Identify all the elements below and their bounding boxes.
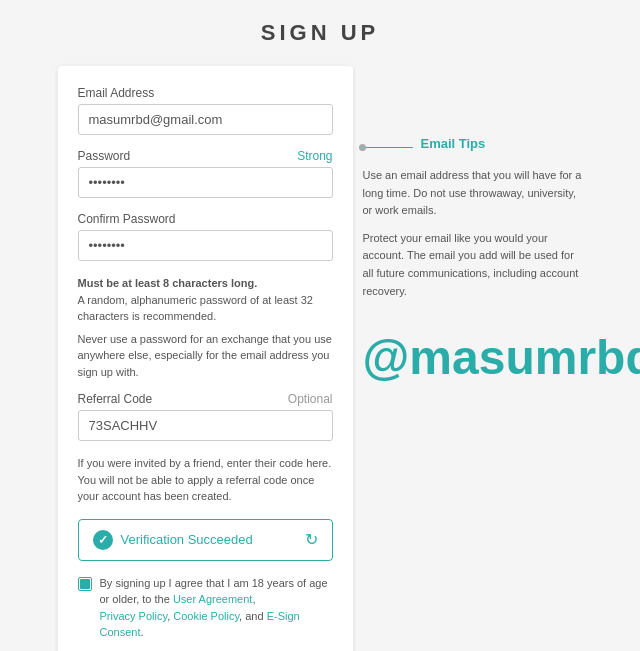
password-input[interactable] <box>78 167 333 198</box>
email-tips-header: Email Tips <box>363 136 583 159</box>
verification-left: Verification Succeeded <box>93 530 253 550</box>
referral-info: If you were invited by a friend, enter t… <box>78 455 333 505</box>
confirm-password-label: Confirm Password <box>78 212 333 226</box>
password-hint-1: Must be at least 8 characters long. A ra… <box>78 275 333 325</box>
referral-field-group: Referral Code Optional <box>78 392 333 441</box>
password-hint-2: Never use a password for an exchange tha… <box>78 331 333 381</box>
referral-label-row: Referral Code Optional <box>78 392 333 406</box>
privacy-policy-link[interactable]: Privacy Policy <box>100 610 168 622</box>
referral-optional: Optional <box>288 392 333 406</box>
brand-text: @masumrbd <box>363 330 583 385</box>
email-tip-1: Use an email address that you will have … <box>363 167 583 220</box>
password-strength: Strong <box>297 149 332 163</box>
password-label-row: Password Strong <box>78 149 333 163</box>
password-hints: Must be at least 8 characters long. A ra… <box>78 275 333 380</box>
email-input[interactable] <box>78 104 333 135</box>
form-card: Email Address Password Strong Confirm Pa… <box>58 66 353 651</box>
email-tips-container: Email Tips Use an email address that you… <box>363 136 583 310</box>
email-field-group: Email Address <box>78 86 333 135</box>
cookie-policy-link[interactable]: Cookie Policy <box>173 610 239 622</box>
email-tip-2: Protect your email like you would your a… <box>363 230 583 300</box>
refresh-icon[interactable]: ↻ <box>305 530 318 549</box>
password-field-group: Password Strong <box>78 149 333 198</box>
connector-dot <box>359 144 366 151</box>
check-circle-icon <box>93 530 113 550</box>
main-content: Email Address Password Strong Confirm Pa… <box>0 66 640 651</box>
email-tips-title: Email Tips <box>421 136 486 151</box>
page-container: SIGN UP Email Address Password Strong <box>0 0 640 651</box>
terms-row: By signing up I agree that I am 18 years… <box>78 575 333 641</box>
connector-line <box>363 147 413 148</box>
right-panel: Email Tips Use an email address that you… <box>363 66 583 385</box>
checkbox-checked-indicator <box>80 579 90 589</box>
page-title: SIGN UP <box>0 20 640 46</box>
verification-box: Verification Succeeded ↻ <box>78 519 333 561</box>
user-agreement-link[interactable]: User Agreement <box>173 593 252 605</box>
terms-text: By signing up I agree that I am 18 years… <box>100 575 333 641</box>
email-label: Email Address <box>78 86 333 100</box>
referral-input[interactable] <box>78 410 333 441</box>
verification-text: Verification Succeeded <box>121 532 253 547</box>
confirm-password-field-group: Confirm Password <box>78 212 333 261</box>
confirm-password-input[interactable] <box>78 230 333 261</box>
terms-checkbox[interactable] <box>78 577 92 591</box>
